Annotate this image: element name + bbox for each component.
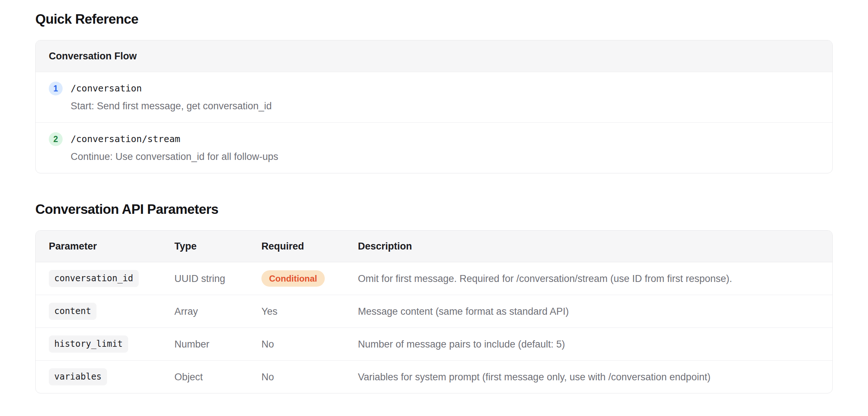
param-name-chip: variables [49,368,107,385]
param-description: Variables for system prompt (first messa… [358,361,832,393]
column-header-parameter: Parameter [36,231,174,262]
table-header-row: Parameter Type Required Description [36,231,832,262]
required-cell: Conditional [261,262,358,295]
flow-step-2-line: 2 /conversation/stream [49,132,819,146]
param-required: Yes [261,295,358,328]
table-row-content: content Array Yes Message content (same … [36,295,832,328]
flow-step-2: 2 /conversation/stream Continue: Use con… [36,122,832,173]
parameters-table-card: Parameter Type Required Description conv… [35,230,833,393]
quick-reference-heading: Quick Reference [35,11,833,28]
param-cell: content [36,295,174,328]
param-description: Omit for first message. Required for /co… [358,262,832,295]
param-name-chip: content [49,303,96,320]
param-required: No [261,361,358,393]
step-2-number-badge: 2 [49,132,63,146]
flow-step-1: 1 /conversation Start: Send first messag… [36,72,832,122]
step-1-description: Start: Send first message, get conversat… [71,100,819,112]
column-header-required: Required [261,231,358,262]
param-type: UUID string [174,262,261,295]
param-cell: history_limit [36,328,174,361]
step-2-description: Continue: Use conversation_id for all fo… [71,150,819,163]
param-name-chip: history_limit [49,335,128,353]
param-required: No [261,328,358,361]
table-row-variables: variables Object No Variables for system… [36,361,832,393]
parameters-heading: Conversation API Parameters [35,201,833,218]
param-name-chip: conversation_id [49,270,139,287]
param-description: Number of message pairs to include (defa… [358,328,832,361]
param-cell: conversation_id [36,262,174,295]
param-type: Object [174,361,261,393]
table-row-history-limit: history_limit Number No Number of messag… [36,328,832,361]
column-header-type: Type [174,231,261,262]
documentation-page: Quick Reference Conversation Flow 1 /con… [0,11,868,393]
conditional-badge: Conditional [261,270,325,287]
step-2-endpoint-code: /conversation/stream [71,132,180,146]
conversation-flow-card: Conversation Flow 1 /conversation Start:… [35,40,833,173]
conversation-flow-card-title: Conversation Flow [36,40,832,72]
param-type: Number [174,328,261,361]
flow-step-1-line: 1 /conversation [49,82,819,95]
column-header-description: Description [358,231,832,262]
param-type: Array [174,295,261,328]
table-row-conversation-id: conversation_id UUID string Conditional … [36,262,832,295]
step-1-number-badge: 1 [49,82,63,95]
param-cell: variables [36,361,174,393]
parameters-table: Parameter Type Required Description conv… [36,231,832,393]
step-1-endpoint-code: /conversation [71,82,142,95]
param-description: Message content (same format as standard… [358,295,832,328]
